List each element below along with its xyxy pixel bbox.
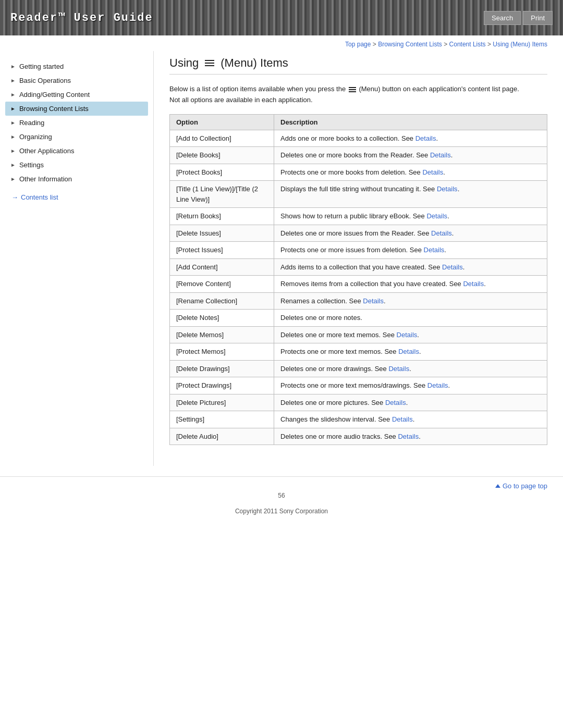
header: Reader™ User Guide Search Print (0, 0, 563, 35)
sidebar-item-other-information[interactable]: ► Other Information (5, 172, 148, 186)
menu-icon-large (205, 60, 214, 66)
breadcrumb-top[interactable]: Top page (345, 41, 371, 48)
table-row: [Delete Issues]Deletes one or more issue… (170, 225, 547, 242)
table-cell-option: [Delete Drawings] (170, 360, 274, 377)
arrow-icon: ► (10, 134, 16, 140)
table-cell-option: [Delete Memos] (170, 326, 274, 343)
content-area: Using (Menu) Items Below is a list of op… (154, 51, 563, 466)
sidebar-item-label: Reading (19, 119, 44, 127)
table-row: [Settings]Changes the slideshow interval… (170, 411, 547, 428)
table-cell-description: Renames a collection. See Details. (274, 292, 547, 310)
details-link[interactable]: Details (442, 263, 463, 271)
table-row: [Remove Content]Removes items from a col… (170, 276, 547, 293)
table-cell-option: [Title (1 Line View)]/[Title (2 Line Vie… (170, 181, 274, 208)
table-cell-description: Shows how to return a public library eBo… (274, 208, 547, 225)
details-link[interactable]: Details (385, 399, 406, 406)
print-button[interactable]: Print (523, 11, 553, 25)
table-cell-description: Deletes one or more drawings. See Detail… (274, 360, 547, 377)
details-link[interactable]: Details (424, 246, 445, 254)
arrow-icon: ► (10, 148, 16, 154)
col-option: Option (170, 114, 274, 130)
table-row: [Title (1 Line View)]/[Title (2 Line Vie… (170, 181, 547, 208)
sidebar: ► Getting started ► Basic Operations ► A… (0, 51, 154, 466)
sidebar-item-browsing[interactable]: ► Browsing Content Lists (5, 102, 148, 116)
sidebar-item-getting-started[interactable]: ► Getting started (5, 59, 148, 73)
table-row: [Delete Memos]Deletes one or more text m… (170, 326, 547, 343)
footer-nav: Go to page top (0, 476, 563, 492)
table-row: [Rename Collection]Renames a collection.… (170, 292, 547, 310)
table-cell-description: Deletes one or more audio tracks. See De… (274, 428, 547, 445)
details-link[interactable]: Details (388, 365, 409, 373)
sidebar-item-label: Settings (19, 161, 44, 169)
details-link[interactable]: Details (430, 151, 451, 159)
arrow-icon: ► (10, 120, 16, 126)
table-cell-option: [Add to Collection] (170, 130, 274, 147)
details-link[interactable]: Details (398, 348, 419, 355)
arrow-right-icon: → (11, 193, 18, 201)
table-cell-description: Deletes one or more pictures. See Detail… (274, 394, 547, 411)
table-cell-description: Deletes one or more text memos. See Deta… (274, 326, 547, 343)
table-cell-description: Deletes one or more issues from the Read… (274, 225, 547, 242)
table-cell-option: [Add Content] (170, 258, 274, 276)
arrow-icon: ► (10, 64, 16, 69)
sidebar-item-organizing[interactable]: ► Organizing (5, 130, 148, 144)
details-link[interactable]: Details (415, 134, 436, 142)
sidebar-item-label: Other Information (19, 175, 72, 183)
details-link[interactable]: Details (392, 415, 413, 423)
table-header-row: Option Description (170, 114, 547, 130)
details-link[interactable]: Details (431, 229, 452, 237)
copyright: Copyright 2011 Sony Corporation (0, 502, 563, 525)
details-link[interactable]: Details (398, 433, 419, 440)
arrow-icon: ► (10, 162, 16, 168)
details-link[interactable]: Details (463, 280, 484, 288)
sidebar-item-reading[interactable]: ► Reading (5, 116, 148, 130)
table-row: [Add to Collection]Adds one or more book… (170, 130, 547, 147)
sidebar-item-settings[interactable]: ► Settings (5, 158, 148, 172)
details-link[interactable]: Details (437, 185, 458, 193)
arrow-icon: ► (10, 78, 16, 83)
table-row: [Delete Notes]Deletes one or more notes. (170, 310, 547, 327)
app-title: Reader™ User Guide (10, 11, 153, 24)
table-cell-option: [Protect Drawings] (170, 377, 274, 394)
breadcrumb-browsing[interactable]: Browsing Content Lists (378, 41, 442, 48)
table-cell-description: Deletes one or more books from the Reade… (274, 147, 547, 164)
details-link[interactable]: Details (426, 212, 447, 220)
go-to-top-link[interactable]: Go to page top (495, 482, 547, 490)
table-row: [Protect Memos]Protects one or more text… (170, 343, 547, 361)
contents-list-link[interactable]: → Contents list (5, 193, 148, 201)
sidebar-item-adding-content[interactable]: ► Adding/Getting Content (5, 88, 148, 102)
go-to-top-label: Go to page top (503, 482, 547, 490)
details-link[interactable]: Details (422, 168, 443, 176)
table-cell-option: [Rename Collection] (170, 292, 274, 310)
table-row: [Protect Issues]Protects one or more iss… (170, 242, 547, 259)
breadcrumb: Top page > Browsing Content Lists > Cont… (0, 35, 563, 51)
table-row: [Delete Audio]Deletes one or more audio … (170, 428, 547, 445)
sidebar-item-basic-operations[interactable]: ► Basic Operations (5, 73, 148, 88)
menu-icon-inline (349, 87, 356, 92)
details-link[interactable]: Details (397, 331, 418, 339)
arrow-icon: ► (10, 106, 16, 112)
table-cell-description: Adds one or more books to a collection. … (274, 130, 547, 147)
table-cell-option: [Protect Issues] (170, 242, 274, 259)
details-link[interactable]: Details (427, 381, 448, 389)
arrow-icon: ► (10, 176, 16, 182)
main-layout: ► Getting started ► Basic Operations ► A… (0, 51, 563, 476)
intro-line2: Not all options are available in each ap… (169, 95, 547, 106)
page-title-suffix: (Menu) Items (221, 56, 288, 70)
sidebar-item-other-applications[interactable]: ► Other Applications (5, 144, 148, 158)
col-description: Description (274, 114, 547, 130)
breadcrumb-current[interactable]: Using (Menu) Items (493, 41, 547, 48)
details-link[interactable]: Details (363, 297, 384, 305)
table-cell-option: [Remove Content] (170, 276, 274, 293)
sidebar-item-label: Basic Operations (19, 77, 71, 84)
breadcrumb-content-lists[interactable]: Content Lists (449, 41, 486, 48)
table-cell-description: Protects one or more text memos/drawings… (274, 377, 547, 394)
sidebar-item-label: Getting started (19, 63, 64, 70)
search-button[interactable]: Search (484, 11, 521, 25)
page-title-prefix: Using (169, 56, 199, 70)
sidebar-item-label: Organizing (19, 133, 52, 141)
table-cell-description: Removes items from a collection that you… (274, 276, 547, 293)
sidebar-item-label: Other Applications (19, 147, 75, 155)
table-cell-option: [Settings] (170, 411, 274, 428)
triangle-up-icon (495, 484, 500, 488)
